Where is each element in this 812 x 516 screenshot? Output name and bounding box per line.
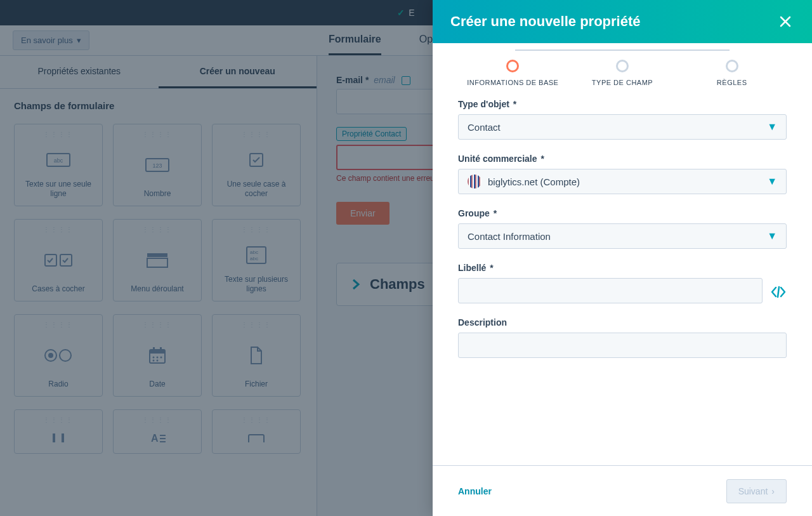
step-field-type[interactable]: TYPE DE CHAMP (568, 60, 678, 86)
group-label: Groupe * (458, 208, 787, 218)
close-icon (779, 15, 792, 28)
step-basic-info[interactable]: INFORMATIONS DE BASE (458, 60, 568, 86)
step-rules[interactable]: RÈGLES (677, 60, 787, 86)
drawer-title: Créer une nouvelle propriété (450, 13, 641, 30)
description-input[interactable] (458, 333, 787, 358)
internal-name-toggle[interactable] (770, 286, 787, 303)
business-unit-value: biglytics.net (Compte) (488, 176, 580, 187)
stepper: INFORMATIONS DE BASE TYPE DE CHAMP RÈGLE… (433, 43, 812, 93)
cancel-label: Annuler (458, 486, 492, 496)
chevron-down-icon: ▼ (767, 121, 777, 133)
drawer-header: Créer une nouvelle propriété (433, 0, 812, 43)
chevron-down-icon: ▼ (767, 176, 777, 187)
chevron-down-icon: ▼ (767, 230, 777, 242)
group-select[interactable]: Contact Information ▼ (458, 223, 787, 249)
object-type-label: Type d'objet * (458, 99, 787, 109)
step-label: RÈGLES (677, 79, 787, 86)
next-label: Suivant (738, 486, 768, 496)
libelle-label: Libellé * (458, 263, 787, 273)
description-label: Description (458, 317, 787, 327)
step-label: INFORMATIONS DE BASE (458, 79, 568, 86)
code-icon (770, 286, 787, 298)
object-type-select[interactable]: Contact ▼ (458, 114, 787, 140)
create-property-drawer: Créer une nouvelle propriété INFORMATION… (433, 0, 812, 516)
stepper-line (515, 50, 730, 51)
close-button[interactable] (776, 13, 794, 30)
group-value: Contact Information (468, 231, 551, 242)
step-label: TYPE DE CHAMP (568, 79, 678, 86)
account-avatar-icon (468, 175, 481, 189)
libelle-input[interactable] (458, 278, 763, 303)
chevron-right-icon: › (771, 486, 775, 496)
business-unit-select[interactable]: biglytics.net (Compte) ▼ (458, 169, 787, 194)
drawer-footer: Annuler Suivant › (433, 465, 812, 516)
next-button[interactable]: Suivant › (726, 479, 787, 503)
object-type-value: Contact (468, 122, 501, 133)
business-unit-label: Unité commerciale * (458, 154, 787, 164)
cancel-button[interactable]: Annuler (458, 486, 492, 496)
